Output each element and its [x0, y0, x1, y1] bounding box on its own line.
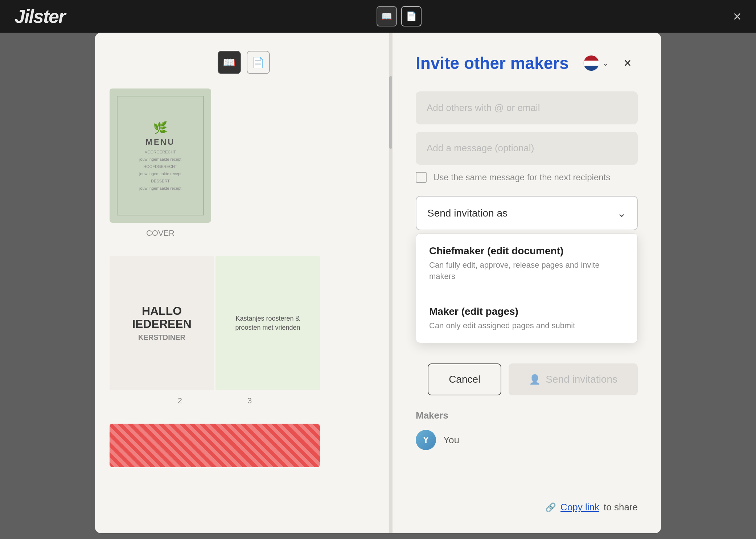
email-form-group: [416, 91, 638, 124]
dropdown-wrapper: Send invitation as ⌄: [416, 196, 638, 230]
send-invitations-button[interactable]: 👤 Send invitations: [509, 363, 638, 395]
modal-close-button[interactable]: ×: [617, 53, 638, 73]
cover-thumbnail: 🌿 MENU VOORGERECHT jouw ingemaakte recep…: [110, 89, 211, 223]
language-selector[interactable]: ⌄: [583, 55, 609, 71]
page3-thumbnail: Kastanjes roosteren &proosten met vriend…: [215, 256, 320, 390]
scroll-thumb[interactable]: [389, 76, 392, 149]
checkbox-row: Use the same message for the next recipi…: [416, 172, 638, 183]
modal-right-panel: Invite other makers ⌄ ×: [393, 33, 661, 533]
avatar-inner-you: Y: [416, 430, 436, 450]
page2-text: HALLOIEDEREEN KERSTDINER: [132, 305, 192, 341]
cancel-button[interactable]: Cancel: [428, 363, 501, 395]
header-right-group: ⌄ ×: [583, 53, 638, 73]
modal-tab-file[interactable]: 📄: [247, 51, 270, 74]
cover-line-1: VOORGERECHT: [145, 150, 176, 154]
flag-red: [584, 55, 599, 61]
modal-header: Invite other makers ⌄ ×: [416, 53, 638, 73]
dropdown-label-text: Send invitation as: [427, 207, 508, 219]
spread-thumbnail: HALLOIEDEREEN KERSTDINER Kastanjes roost…: [110, 256, 320, 390]
page-item-spread: HALLOIEDEREEN KERSTDINER Kastanjes roost…: [110, 256, 320, 406]
cover-line-5: DESSERT: [151, 179, 170, 183]
book-icon: 📖: [381, 11, 392, 21]
maker-row-you: Y You: [416, 430, 638, 450]
page2-label: 2: [178, 396, 182, 406]
same-message-checkbox[interactable]: [416, 172, 427, 183]
cover-line-3: HOOFDGERECHT: [143, 164, 177, 169]
modal-container: 📖 📄 🌿 MENU VOORGERECHT jouw ingemaakte r…: [95, 33, 661, 533]
chevron-down-icon: ⌄: [602, 58, 609, 68]
app-logo: Jilster: [15, 5, 65, 27]
page-item-partial: [110, 424, 320, 467]
action-row: Cancel 👤 Send invitations: [416, 363, 638, 395]
send-button-label: Send invitations: [546, 374, 617, 385]
pages-grid: 🌿 MENU VOORGERECHT jouw ingemaakte recep…: [110, 89, 378, 467]
dropdown-option-chiefmaker[interactable]: Chiefmaker (edit document) Can fully edi…: [416, 234, 637, 294]
message-form-group: [416, 132, 638, 165]
makers-list: Y You: [416, 430, 638, 450]
modal-book-icon: 📖: [223, 57, 235, 69]
cover-line-4: jouw ingemaakte recept: [139, 172, 181, 176]
modal-tab-book[interactable]: 📖: [218, 51, 241, 74]
copy-link-button[interactable]: Copy link: [560, 502, 599, 513]
makers-section: Makers Y You: [416, 410, 638, 450]
modal-left-panel: 📖 📄 🌿 MENU VOORGERECHT jouw ingemaakte r…: [95, 33, 393, 533]
modal-title: Invite other makers: [416, 53, 569, 73]
cover-line-2: jouw ingemaakte recept: [139, 157, 181, 161]
nl-flag: [583, 55, 599, 71]
email-input[interactable]: [416, 91, 638, 124]
maker-name-you: You: [443, 435, 459, 446]
scroll-divider: [389, 33, 392, 533]
chiefmaker-option-title: Chiefmaker (edit document): [429, 245, 624, 257]
send-invitation-as-dropdown[interactable]: Send invitation as ⌄: [416, 196, 638, 230]
topbar-close-button[interactable]: ×: [733, 9, 741, 24]
makers-section-title: Makers: [416, 410, 638, 421]
file-icon: 📄: [406, 11, 417, 21]
topbar-icon-group: 📖 📄: [377, 6, 422, 26]
dropdown-chevron-icon: ⌄: [617, 207, 626, 219]
cover-title-text: MENU: [146, 137, 175, 147]
checkbox-label: Use the same message for the next recipi…: [433, 172, 610, 182]
page-item-cover: 🌿 MENU VOORGERECHT jouw ingemaakte recep…: [110, 89, 211, 238]
modal-tab-group: 📖 📄: [110, 51, 378, 74]
flag-blue: [584, 66, 599, 71]
copy-link-row: 🔗 Copy link to share: [545, 502, 638, 513]
cover-inner: 🌿 MENU VOORGERECHT jouw ingemaakte recep…: [117, 96, 204, 215]
dropdown-options-list: Chiefmaker (edit document) Can fully edi…: [416, 233, 638, 343]
copy-link-suffix: to share: [604, 502, 638, 513]
maker-option-desc: Can only edit assigned pages and submit: [429, 320, 624, 332]
page3-label: 3: [247, 396, 252, 406]
cover-deco: 🌿: [153, 121, 168, 135]
maker-avatar-you: Y: [416, 430, 436, 450]
send-user-icon: 👤: [529, 374, 541, 385]
flag-white: [584, 61, 599, 66]
topbar-book-icon-btn[interactable]: 📖: [377, 6, 397, 26]
topbar-file-icon-btn[interactable]: 📄: [401, 6, 422, 26]
chiefmaker-option-desc: Can fully edit, approve, release pages a…: [429, 260, 624, 282]
cover-label: COVER: [146, 229, 174, 238]
maker-option-title: Maker (edit pages): [429, 306, 624, 317]
message-input[interactable]: [416, 132, 638, 165]
cover-line-6: jouw ingemaakte recept: [139, 186, 181, 190]
spread-labels: 2 3: [178, 396, 252, 406]
dropdown-option-maker[interactable]: Maker (edit pages) Can only edit assigne…: [416, 294, 637, 343]
topbar: Jilster 📖 📄 ×: [0, 0, 756, 33]
page3-text: Kastanjes roosteren &proosten met vriend…: [235, 314, 300, 332]
copy-link-icon: 🔗: [545, 502, 556, 513]
modal-file-icon: 📄: [252, 57, 264, 69]
page2-thumbnail: HALLOIEDEREEN KERSTDINER: [110, 256, 214, 390]
partial-thumbnail: [110, 424, 320, 467]
